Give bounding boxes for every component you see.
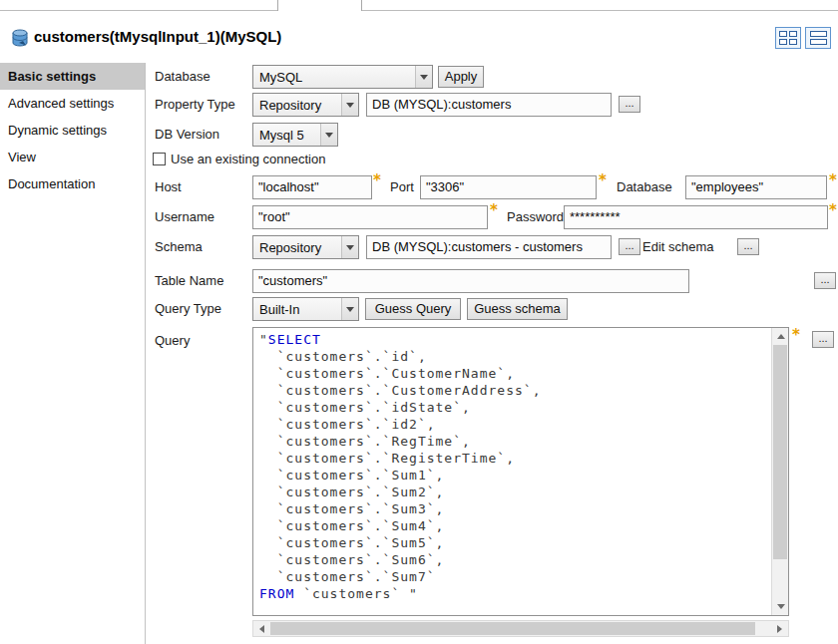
chevron-down-icon	[341, 236, 358, 258]
scroll-right-arrow-icon[interactable]	[771, 620, 788, 637]
db-version-value: Mysql 5	[253, 128, 320, 143]
sidebar-item-advanced-settings[interactable]: Advanced settings	[0, 90, 145, 117]
use-existing-connection-checkbox[interactable]	[153, 153, 166, 165]
database-name-label: Database	[617, 179, 672, 194]
db-version-label: DB Version	[155, 127, 219, 142]
sidebar-item-basic-settings[interactable]: Basic settings	[0, 63, 145, 90]
vertical-scrollbar-thumb[interactable]	[773, 345, 787, 559]
query-type-dropdown[interactable]: Built-In	[252, 297, 359, 321]
schema-label: Schema	[155, 239, 203, 254]
guess-query-button[interactable]: Guess Query	[365, 298, 461, 320]
horizontal-scrollbar-thumb[interactable]	[270, 622, 755, 635]
schema-browse-button[interactable]: ...	[619, 238, 640, 255]
required-indicator: *	[373, 171, 381, 189]
scroll-down-arrow-icon[interactable]	[772, 598, 789, 615]
required-indicator: *	[829, 201, 837, 219]
database-type-value: MySQL	[253, 70, 415, 85]
schema-type-dropdown[interactable]: Repository	[252, 235, 359, 259]
required-indicator: *	[792, 326, 800, 344]
apply-button[interactable]: Apply	[438, 66, 484, 88]
query-vertical-scrollbar[interactable]	[771, 328, 788, 615]
scroll-up-arrow-icon[interactable]	[772, 328, 789, 345]
query-type-value: Built-In	[253, 302, 341, 317]
sidebar-item-view[interactable]: View	[0, 144, 145, 170]
property-repository-field[interactable]: DB (MYSQL):customers	[366, 93, 612, 117]
database-name-input[interactable]: "employees"	[685, 175, 827, 199]
use-existing-connection-label: Use an existing connection	[171, 152, 325, 166]
chevron-down-icon	[341, 94, 358, 116]
property-type-mode: Repository	[253, 98, 341, 113]
query-browse-button[interactable]: ...	[812, 331, 834, 348]
query-label: Query	[155, 333, 190, 348]
port-label: Port	[390, 179, 414, 194]
property-browse-button[interactable]: ...	[619, 96, 640, 113]
settings-sidebar: Basic settings Advanced settings Dynamic…	[0, 63, 146, 644]
schema-type-mode: Repository	[253, 240, 341, 255]
schema-repository-field[interactable]: DB (MYSQL):customers - customers	[366, 235, 612, 259]
guess-schema-button[interactable]: Guess schema	[467, 298, 568, 320]
chevron-down-icon	[341, 298, 358, 320]
query-editor[interactable]: "SELECT `customers`.`id`, `customers`.`C…	[252, 327, 789, 616]
chevron-down-icon	[320, 124, 337, 146]
database-type-dropdown[interactable]: MySQL	[252, 65, 433, 89]
host-input[interactable]: "localhost"	[252, 175, 372, 199]
db-version-dropdown[interactable]: Mysql 5	[252, 123, 338, 147]
query-editor-content[interactable]: "SELECT `customers`.`id`, `customers`.`C…	[253, 328, 771, 615]
edit-schema-button[interactable]: ...	[737, 238, 759, 255]
username-label: Username	[155, 209, 214, 224]
sidebar-item-documentation[interactable]: Documentation	[0, 170, 145, 197]
property-type-dropdown[interactable]: Repository	[252, 93, 359, 117]
password-label: Password	[507, 209, 564, 224]
database-type-label: Database	[155, 69, 210, 84]
top-tab-strip	[0, 10, 838, 11]
row-layout-button[interactable]	[805, 27, 831, 49]
required-indicator: *	[599, 171, 607, 189]
chevron-down-icon	[415, 66, 432, 88]
query-horizontal-scrollbar[interactable]	[252, 620, 789, 637]
scroll-left-arrow-icon[interactable]	[253, 620, 270, 637]
component-title: customers(tMysqlInput_1)(MySQL)	[34, 28, 281, 45]
host-label: Host	[155, 179, 182, 194]
query-type-label: Query Type	[155, 301, 221, 316]
port-input[interactable]: "3306"	[420, 175, 597, 199]
active-tab[interactable]	[277, 0, 362, 11]
grid-layout-button[interactable]	[775, 27, 801, 49]
table-name-label: Table Name	[155, 273, 223, 288]
table-name-browse-button[interactable]: ...	[814, 272, 836, 289]
username-input[interactable]: "root"	[252, 205, 488, 229]
component-settings-panel: customers(tMysqlInput_1)(MySQL) Basic se…	[0, 0, 838, 644]
grid-view-icon	[779, 31, 797, 45]
edit-schema-label: Edit schema	[642, 239, 714, 254]
rows-view-icon	[810, 31, 827, 45]
required-indicator: *	[490, 201, 498, 219]
required-indicator: *	[829, 171, 837, 189]
table-name-input[interactable]: "customers"	[252, 269, 689, 293]
mysql-input-component-icon	[9, 28, 31, 50]
property-type-label: Property Type	[155, 97, 235, 112]
password-input[interactable]: **********	[564, 205, 828, 229]
sidebar-item-dynamic-settings[interactable]: Dynamic settings	[0, 117, 145, 144]
